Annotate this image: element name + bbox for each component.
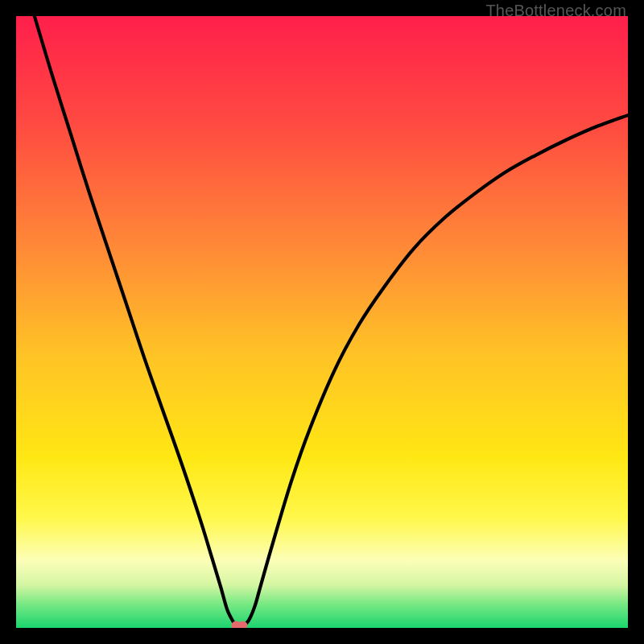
watermark-text: TheBottleneck.com — [485, 2, 626, 20]
gradient-background — [16, 16, 628, 628]
bottleneck-chart — [16, 16, 628, 628]
chart-frame — [16, 16, 628, 628]
